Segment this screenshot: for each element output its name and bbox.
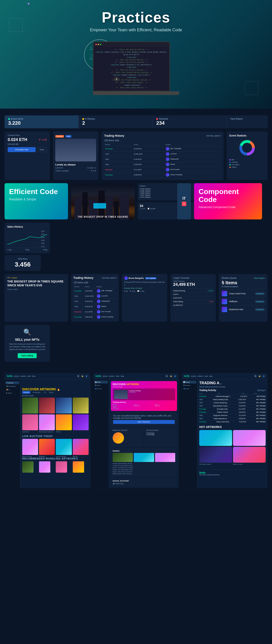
rec-item[interactable] [73, 461, 84, 473]
artwork-item[interactable] [22, 414, 38, 430]
mini-price-cell: 0.10 ETH [84, 299, 96, 304]
sidebar-item-photography[interactable]: 📷 Photography [6, 385, 19, 388]
work-item[interactable] [113, 453, 133, 462]
plus-button[interactable]: + [114, 76, 119, 82]
artwork-item[interactable] [73, 398, 89, 414]
profile-sidebar-works[interactable]: 🖼 Works [94, 384, 108, 387]
work-item[interactable] [134, 453, 154, 462]
act-item: Disguised Observat... [213, 414, 228, 416]
trading-sidebar: 📊 Activity 🖼 Artworks 👤 Artists [182, 379, 198, 488]
social-tags: #Netfly #Rare #Crypto [124, 287, 165, 289]
user-icon[interactable]: 👤 [85, 374, 88, 378]
close-icon[interactable]: ✕ [182, 202, 186, 206]
crypto-row-global: Global Earning +12.38 [173, 289, 213, 292]
app-header-icons: 🔍 🔔 👤 [77, 374, 88, 378]
user-icon[interactable]: 👤 [174, 374, 176, 378]
start-selling-button[interactable]: Start selling [18, 353, 37, 358]
my-account-card: MY ACCOUNT 0 Purchase 0 Purchase [144, 428, 177, 447]
user-icon[interactable]: 👤 [262, 374, 265, 378]
mini-event-cell: Rejected [74, 309, 84, 314]
artwork-item[interactable] [39, 398, 55, 414]
work-item[interactable] [155, 453, 176, 462]
trading-sort-by[interactable]: Sort By ▾ [257, 389, 266, 392]
app-nav-discover: Auction Artwork Artist Blog [14, 376, 76, 377]
artwork-item[interactable] [56, 398, 72, 414]
auction-label: Dreaming [39, 456, 55, 457]
app-header-icons-trading: 🔍 🔔 👤 [254, 374, 265, 378]
trading-footer: Netfly One New Creative Economy [199, 470, 266, 476]
review-item-avatar [222, 299, 227, 304]
filter-motion[interactable]: Motion [48, 391, 55, 394]
rec-item[interactable] [39, 461, 50, 473]
sidebar-item-art[interactable]: 🎨 Art [6, 388, 19, 391]
buyer-avatar-icon [97, 289, 100, 293]
sort-by-control[interactable]: Sort By Latest ▾ [206, 135, 221, 137]
artwork-item[interactable] [73, 414, 89, 430]
filter-featured[interactable]: Featured [22, 391, 30, 394]
search-icon[interactable]: 🔍 [254, 374, 257, 378]
my-account-label: MY ACCOUNT [146, 429, 175, 431]
social-link[interactable]: 🔗 Social Links [113, 483, 176, 485]
filter-art[interactable]: Art [42, 391, 47, 394]
hot-artwork-item[interactable] [233, 430, 266, 446]
hot-artwork-item[interactable] [199, 447, 232, 463]
social-badge: NFT Updates [145, 277, 157, 279]
auction-item[interactable] [22, 439, 38, 455]
rec-item[interactable] [56, 461, 67, 473]
trading-sidebar-artworks[interactable]: 🖼 Artworks [182, 384, 196, 387]
auction-item[interactable] [39, 439, 55, 455]
buyer-avatar-icon [97, 305, 100, 308]
bell-icon[interactable]: 🔔 [81, 374, 84, 378]
sidebar-item-motion[interactable]: ▶ Motion [6, 392, 19, 394]
buyer-avatar-icon [166, 173, 169, 176]
profile-sidebar-item[interactable]: 📋 Profile [94, 380, 108, 384]
trading-table-header: Event Item Price From [199, 392, 266, 395]
hot-artwork-item[interactable] [233, 447, 266, 463]
filter-photography[interactable]: Photography [31, 391, 42, 394]
trading-sidebar-activity[interactable]: 📊 Activity [182, 380, 196, 384]
artwork-item[interactable] [22, 398, 38, 414]
laptop-base [93, 91, 179, 95]
review-item-name: Mysterious Man [229, 308, 244, 310]
act-event: Purchase [199, 408, 206, 410]
save-button[interactable]: Save [37, 147, 47, 152]
trading-sidebar-artists[interactable]: 👤 Artists [182, 387, 196, 390]
nft-featured-card: Featured Rare Lonely as always 2.00 ETH … [53, 132, 98, 180]
svg-text:0.40: 0.40 [41, 237, 44, 238]
bell-icon[interactable]: 🔔 [169, 374, 172, 378]
purchase-now-button[interactable]: Purchase now [8, 147, 36, 152]
artwork-item[interactable] [39, 414, 55, 430]
bell-icon[interactable]: 🔔 [258, 374, 261, 378]
edit-profile-button[interactable]: EDIT PROFILE [113, 420, 175, 424]
rec-item[interactable] [22, 461, 34, 473]
sidebar-item-featured[interactable]: ✦ Featured [6, 381, 19, 384]
mini-items-sold: 120 items sold [74, 281, 116, 284]
nft-meta: 2.00 ETH in stock : 3 [55, 167, 96, 169]
trading-price-cell: 0.50 ETH [133, 172, 165, 178]
hot-artwork-item[interactable] [199, 430, 232, 446]
trading-main-title: TRADING A... [199, 381, 266, 385]
trading-activity-row: Offer Linexett Symphony... 0.10 ETH MR. … [199, 401, 266, 404]
act-event: Offer [199, 414, 203, 416]
sales-x-labels: 1 Aug 2 Aug 3 Aug [7, 249, 47, 250]
footer-logo: Netfly [199, 472, 266, 474]
auction-item[interactable] [73, 439, 89, 455]
act-price: 0.50 ETH [239, 412, 246, 413]
live-auction-title: LIVE AUCTION TODAY [22, 435, 89, 438]
trading-event-cell: Rejected [104, 167, 133, 172]
act-price: 0.22 ETH [239, 421, 246, 422]
laptop-container: <!-- Start: Hot Auction --> <section cla… [93, 42, 179, 95]
artwork-item[interactable] [56, 414, 72, 430]
profile-photo [113, 432, 124, 444]
auction-item[interactable] [56, 439, 72, 455]
profile-sidebar-account[interactable]: 👤 Account [94, 387, 108, 390]
search-icon[interactable]: 🔍 [77, 374, 80, 378]
stats-rejected: Rejected 234 [152, 116, 227, 128]
screenshot-profile: Netfly Auction Artwork Artist Blog 🔍 🔔 👤… [93, 373, 179, 488]
view-report-link[interactable]: View Report [254, 277, 265, 279]
mini-sort-by[interactable]: Sort By Latest ▾ [102, 277, 116, 279]
sell-nfts-desc: Make the money you deserve by selling yo… [8, 343, 46, 351]
stats-rejected-value: 234 [156, 120, 223, 126]
search-icon[interactable]: 🔍 [165, 374, 168, 378]
stats-view-report[interactable]: View Report [227, 116, 268, 128]
